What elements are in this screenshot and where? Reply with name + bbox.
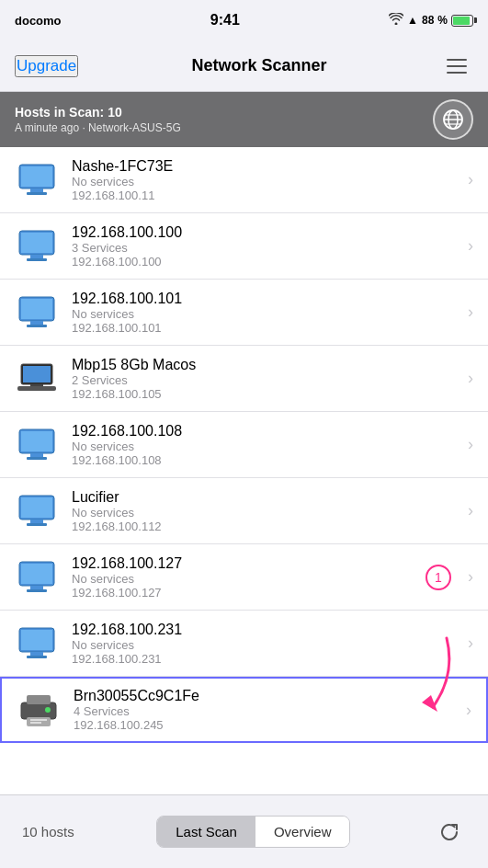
device-services: 2 Services: [72, 373, 462, 387]
scan-time-label: A minute ago · Network-ASUS-5G: [15, 121, 181, 134]
svg-rect-36: [27, 656, 47, 658]
device-name: Nashe-1FC73E: [72, 158, 462, 175]
svg-rect-40: [30, 719, 47, 721]
device-icon: [15, 489, 59, 533]
svg-rect-7: [30, 188, 43, 192]
svg-rect-38: [27, 695, 51, 704]
tab-button-group: Last Scan Overview: [156, 816, 350, 848]
device-icon: [15, 357, 59, 401]
device-list: Nashe-1FC73E No services 192.168.100.11 …: [0, 147, 488, 794]
device-list-item[interactable]: 192.168.100.101 No services 192.168.100.…: [0, 280, 488, 346]
chevron-right-icon: ›: [468, 567, 473, 587]
device-info: 192.168.100.101 No services 192.168.100.…: [72, 291, 462, 335]
svg-rect-14: [21, 299, 52, 319]
device-list-item[interactable]: 192.168.100.100 3 Services 192.168.100.1…: [0, 213, 488, 280]
hosts-count-label: Hosts in Scan: 10: [15, 105, 181, 120]
signal-icon: [389, 13, 403, 28]
device-list-item[interactable]: Lucifier No services 192.168.100.112 ›: [0, 478, 488, 544]
device-icon: [15, 158, 59, 202]
menu-line-1: [447, 59, 467, 61]
menu-line-2: [447, 65, 467, 67]
device-info: 192.168.100.108 No services 192.168.100.…: [72, 423, 462, 467]
svg-rect-28: [27, 523, 47, 526]
svg-rect-41: [30, 722, 41, 724]
notification-badge: 1: [426, 565, 451, 590]
chevron-right-icon: ›: [468, 303, 473, 322]
device-name: 192.168.100.100: [72, 224, 462, 241]
device-list-item[interactable]: Mbp15 8Gb Macos 2 Services 192.168.100.1…: [0, 346, 488, 412]
device-name: 192.168.100.127: [72, 555, 462, 572]
svg-rect-32: [27, 589, 47, 592]
device-ip: 192.168.100.231: [72, 652, 462, 666]
device-services: No services: [72, 506, 462, 520]
device-ip: 192.168.100.108: [72, 453, 462, 467]
device-ip: 192.168.100.127: [72, 586, 462, 600]
svg-rect-15: [30, 321, 43, 325]
svg-point-42: [45, 707, 51, 713]
device-info: Mbp15 8Gb Macos 2 Services 192.168.100.1…: [72, 357, 462, 401]
tab-bar: 10 hosts Last Scan Overview: [0, 794, 488, 868]
carrier-label: docomo: [15, 14, 62, 28]
device-list-item[interactable]: Brn30055Cc9C1Fe 4 Services 192.168.100.2…: [0, 677, 488, 743]
svg-rect-27: [30, 520, 43, 523]
overview-tab[interactable]: Overview: [255, 817, 350, 847]
location-icon: ▲: [407, 14, 418, 27]
svg-rect-37: [21, 702, 56, 719]
device-list-item[interactable]: 192.168.100.127 No services 192.168.100.…: [0, 544, 488, 611]
chevron-right-icon: ›: [466, 701, 471, 720]
device-ip: 192.168.100.11: [72, 188, 462, 202]
chevron-right-icon: ›: [468, 170, 473, 189]
device-list-item[interactable]: 192.168.100.231 No services 192.168.100.…: [0, 611, 488, 677]
device-icon: [15, 291, 59, 335]
svg-rect-6: [21, 166, 52, 187]
last-scan-tab[interactable]: Last Scan: [157, 817, 255, 847]
chevron-right-icon: ›: [468, 634, 473, 653]
menu-button[interactable]: [440, 50, 473, 83]
device-icon: [17, 688, 61, 732]
svg-rect-18: [23, 366, 51, 383]
svg-rect-34: [21, 630, 52, 650]
refresh-button[interactable]: [433, 816, 466, 849]
status-bar: docomo 9:41 ▲ 88%: [0, 0, 488, 40]
device-ip: 192.168.100.100: [72, 255, 462, 268]
chevron-right-icon: ›: [468, 435, 473, 454]
battery-percent: 88: [422, 14, 434, 27]
device-ip: 192.168.100.101: [72, 321, 462, 335]
device-info: Nashe-1FC73E No services 192.168.100.11: [72, 158, 462, 202]
chevron-right-icon: ›: [468, 501, 473, 520]
device-services: 4 Services: [74, 704, 460, 718]
device-icon: [15, 423, 59, 467]
scan-network-button[interactable]: [433, 99, 473, 140]
svg-rect-35: [30, 652, 43, 656]
device-info: 192.168.100.231 No services 192.168.100.…: [72, 622, 462, 666]
device-name: 192.168.100.101: [72, 291, 462, 307]
nav-title: Network Scanner: [192, 56, 327, 75]
device-icon: [15, 555, 59, 600]
battery-icon: [451, 15, 473, 27]
upgrade-button[interactable]: Upgrade: [15, 55, 78, 77]
nav-bar: Upgrade Network Scanner: [0, 40, 488, 92]
svg-rect-26: [21, 497, 52, 518]
status-right: ▲ 88%: [389, 13, 473, 28]
chevron-right-icon: ›: [468, 236, 473, 256]
scan-banner: Hosts in Scan: 10 A minute ago · Network…: [0, 92, 488, 147]
device-list-item[interactable]: Nashe-1FC73E No services 192.168.100.11 …: [0, 147, 488, 213]
device-ip: 192.168.100.105: [72, 387, 462, 401]
chevron-right-icon: ›: [468, 369, 473, 388]
device-info: 192.168.100.127 No services 192.168.100.…: [72, 555, 462, 600]
svg-rect-16: [27, 325, 47, 327]
device-services: No services: [72, 440, 462, 453]
time-label: 9:41: [210, 12, 240, 29]
device-ip: 192.168.100.245: [74, 718, 460, 732]
device-info: 192.168.100.100 3 Services 192.168.100.1…: [72, 224, 462, 268]
svg-rect-24: [27, 457, 47, 460]
device-list-item[interactable]: 192.168.100.108 No services 192.168.100.…: [0, 412, 488, 478]
svg-rect-31: [30, 586, 43, 589]
menu-line-3: [447, 72, 467, 74]
scan-info: Hosts in Scan: 10 A minute ago · Network…: [15, 105, 181, 134]
device-name: 192.168.100.108: [72, 423, 462, 440]
device-ip: 192.168.100.112: [72, 520, 462, 533]
svg-rect-8: [27, 192, 47, 195]
device-name: 192.168.100.231: [72, 622, 462, 638]
device-services: No services: [72, 175, 462, 188]
